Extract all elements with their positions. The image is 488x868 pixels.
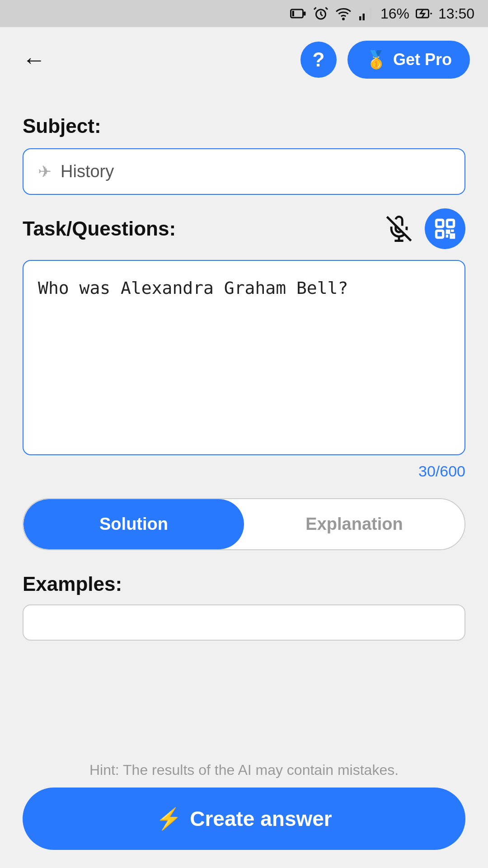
get-pro-button[interactable]: 🥇 Get Pro [347, 41, 470, 79]
svg-rect-15 [436, 231, 443, 237]
medal-icon: 🥇 [366, 50, 387, 70]
create-answer-label: Create answer [190, 807, 332, 831]
question-textarea-container[interactable]: Who was Alexandra Graham Bell? [23, 260, 465, 455]
lightning-icon: ⚡ [156, 807, 182, 831]
question-mark-icon: ? [313, 48, 325, 71]
alarm-icon [313, 5, 329, 22]
scan-icon [433, 217, 457, 241]
svg-rect-5 [359, 16, 361, 20]
subject-input-container[interactable]: ✈ [23, 148, 465, 195]
bottom-bar: Hint: The results of the AI may contain … [0, 753, 488, 868]
status-bar: 16% 13:50 [0, 0, 488, 27]
tab-solution[interactable]: Solution [23, 499, 244, 549]
svg-rect-2 [304, 12, 306, 16]
task-label: Task/Questions: [23, 217, 176, 240]
back-button[interactable]: ← [18, 44, 50, 75]
svg-rect-14 [447, 220, 454, 227]
question-textarea[interactable]: Who was Alexandra Graham Bell? [38, 275, 450, 438]
header-right: ? 🥇 Get Pro [300, 41, 470, 79]
main-content: Subject: ✈ Task/Questions: [0, 92, 488, 731]
tabs-container: Solution Explanation [23, 498, 465, 550]
subject-icon: ✈ [38, 162, 52, 181]
time-display: 13:50 [438, 5, 474, 22]
wifi-icon [335, 5, 352, 22]
get-pro-label: Get Pro [393, 50, 452, 69]
task-header: Task/Questions: [23, 208, 465, 249]
subject-input[interactable] [61, 162, 450, 181]
hint-text: Hint: The results of the AI may contain … [23, 762, 465, 778]
scan-button[interactable] [425, 208, 465, 249]
status-icons: 16% 13:50 [290, 5, 474, 22]
subject-label: Subject: [23, 115, 465, 137]
examples-label: Examples: [23, 573, 465, 595]
battery-percent: 16% [380, 5, 409, 22]
char-count: 30/600 [23, 462, 465, 480]
tab-explanation[interactable]: Explanation [244, 499, 465, 549]
help-button[interactable]: ? [300, 42, 337, 78]
header: ← ? 🥇 Get Pro [0, 27, 488, 92]
svg-rect-13 [436, 220, 443, 227]
charging-icon [416, 5, 432, 22]
battery-icon [290, 5, 306, 22]
examples-input-container[interactable] [23, 604, 465, 641]
signal-icon [358, 5, 374, 22]
svg-rect-8 [369, 8, 371, 20]
svg-rect-7 [366, 11, 368, 20]
task-icons [386, 208, 465, 249]
back-arrow-icon: ← [22, 46, 46, 73]
create-answer-button[interactable]: ⚡ Create answer [23, 788, 465, 850]
svg-rect-6 [362, 14, 365, 20]
mic-off-icon[interactable] [386, 216, 412, 242]
svg-point-4 [343, 19, 344, 20]
svg-rect-1 [292, 11, 294, 16]
